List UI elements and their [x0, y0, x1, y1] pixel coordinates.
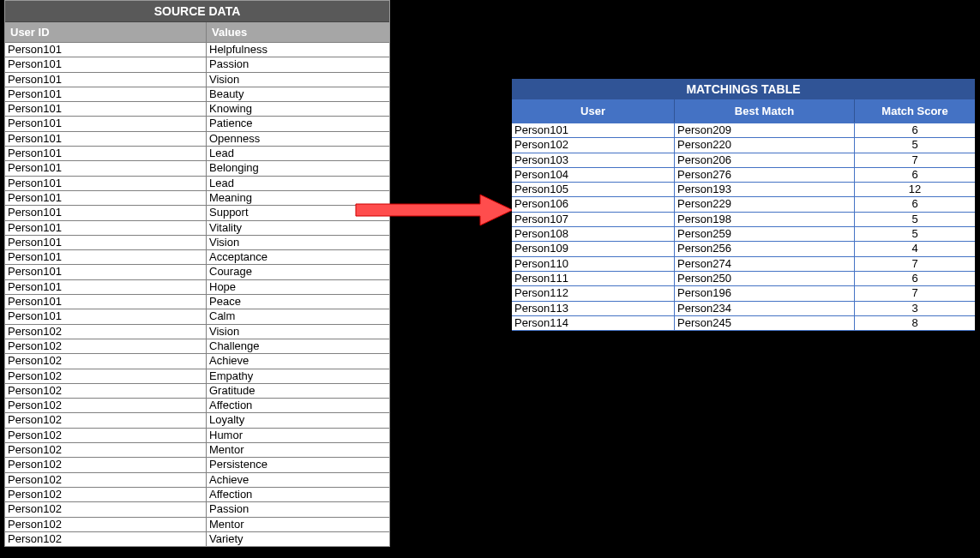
cell-userid[interactable]: Person101 — [5, 73, 207, 87]
cell-value[interactable]: Variety — [207, 532, 389, 546]
cell-userid[interactable]: Person102 — [5, 413, 207, 427]
cell-userid[interactable]: Person102 — [5, 354, 207, 368]
cell-userid[interactable]: Person102 — [5, 443, 207, 457]
cell-user[interactable]: Person109 — [512, 242, 675, 255]
cell-value[interactable]: Achieve — [207, 473, 389, 487]
cell-score[interactable]: 5 — [855, 138, 975, 152]
table-row[interactable]: Person101Openness — [5, 131, 389, 146]
cell-value[interactable]: Loyalty — [207, 413, 389, 427]
cell-userid[interactable]: Person102 — [5, 369, 207, 383]
cell-value[interactable]: Calm — [207, 309, 389, 323]
cell-score[interactable]: 6 — [855, 197, 975, 211]
cell-best-match[interactable]: Person274 — [675, 257, 855, 271]
cell-value[interactable]: Vision — [207, 73, 389, 87]
table-row[interactable]: Person101Calm — [5, 309, 389, 323]
cell-value[interactable]: Beauty — [207, 87, 389, 101]
table-row[interactable]: Person102Affection — [5, 487, 389, 501]
table-row[interactable]: Person101Helpfulness — [5, 42, 389, 57]
table-row[interactable]: Person102Achieve — [5, 353, 389, 368]
table-row[interactable]: Person107Person1985 — [512, 212, 975, 226]
cell-userid[interactable]: Person101 — [5, 102, 207, 116]
cell-best-match[interactable]: Person250 — [675, 272, 855, 285]
table-row[interactable]: Person101Knowing — [5, 101, 389, 116]
cell-value[interactable]: Achieve — [207, 354, 389, 368]
cell-user[interactable]: Person107 — [512, 213, 675, 226]
cell-best-match[interactable]: Person234 — [675, 302, 855, 315]
cell-value[interactable]: Lead — [207, 177, 389, 190]
cell-userid[interactable]: Person101 — [5, 177, 207, 190]
cell-value[interactable]: Lead — [207, 147, 389, 160]
cell-value[interactable]: Challenge — [207, 339, 389, 353]
cell-user[interactable]: Person106 — [512, 197, 675, 211]
table-row[interactable]: Person101Beauty — [5, 87, 389, 101]
cell-value[interactable]: Passion — [207, 57, 389, 71]
cell-userid[interactable]: Person102 — [5, 488, 207, 501]
cell-value[interactable]: Openness — [207, 132, 389, 146]
table-row[interactable]: Person101Patience — [5, 116, 389, 130]
cell-value[interactable]: Vision — [207, 236, 389, 249]
cell-userid[interactable]: Person102 — [5, 518, 207, 531]
cell-user[interactable]: Person111 — [512, 272, 675, 285]
cell-value[interactable]: Affection — [207, 399, 389, 412]
table-row[interactable]: Person101Person2096 — [512, 123, 975, 137]
table-row[interactable]: Person101Hope — [5, 279, 389, 294]
cell-userid[interactable]: Person101 — [5, 87, 207, 101]
cell-value[interactable]: Empathy — [207, 369, 389, 383]
table-row[interactable]: Person102Humor — [5, 428, 389, 442]
cell-userid[interactable]: Person102 — [5, 429, 207, 442]
table-row[interactable]: Person101Courage — [5, 264, 389, 279]
table-row[interactable]: Person114Person2458 — [512, 315, 975, 331]
cell-value[interactable]: Courage — [207, 265, 389, 279]
table-row[interactable]: Person104Person2766 — [512, 167, 975, 182]
cell-userid[interactable]: Person101 — [5, 309, 207, 323]
cell-score[interactable]: 3 — [855, 302, 975, 315]
cell-userid[interactable]: Person101 — [5, 43, 207, 57]
table-row[interactable]: Person102Persistence — [5, 457, 389, 471]
cell-value[interactable]: Patience — [207, 117, 389, 130]
cell-userid[interactable]: Person101 — [5, 295, 207, 309]
table-row[interactable]: Person112Person1967 — [512, 285, 975, 300]
table-row[interactable]: Person102Empathy — [5, 369, 389, 383]
table-row[interactable]: Person102Affection — [5, 398, 389, 412]
table-row[interactable]: Person102Person2205 — [512, 137, 975, 152]
cell-value[interactable]: Affection — [207, 488, 389, 501]
table-row[interactable]: Person102Passion — [5, 501, 389, 516]
cell-userid[interactable]: Person102 — [5, 325, 207, 339]
table-row[interactable]: Person105Person19312 — [512, 182, 975, 196]
table-row[interactable]: Person109Person2564 — [512, 241, 975, 255]
cell-user[interactable]: Person114 — [512, 316, 675, 330]
cell-best-match[interactable]: Person206 — [675, 153, 855, 167]
table-row[interactable]: Person101Belonging — [5, 160, 389, 175]
cell-userid[interactable]: Person101 — [5, 236, 207, 249]
table-row[interactable]: Person101Peace — [5, 294, 389, 309]
cell-value[interactable]: Mentor — [207, 443, 389, 457]
cell-score[interactable]: 5 — [855, 227, 975, 241]
cell-score[interactable]: 7 — [855, 286, 975, 300]
table-row[interactable]: Person102Mentor — [5, 517, 389, 531]
cell-value[interactable]: Vision — [207, 325, 389, 339]
table-row[interactable]: Person111Person2506 — [512, 271, 975, 285]
table-row[interactable]: Person110Person2747 — [512, 256, 975, 271]
table-row[interactable]: Person101Vision — [5, 72, 389, 87]
cell-value[interactable]: Humor — [207, 429, 389, 442]
cell-score[interactable]: 7 — [855, 257, 975, 271]
table-row[interactable]: Person101Passion — [5, 57, 389, 71]
cell-userid[interactable]: Person101 — [5, 265, 207, 279]
cell-user[interactable]: Person105 — [512, 183, 675, 196]
cell-user[interactable]: Person108 — [512, 227, 675, 241]
table-row[interactable]: Person101Meaning — [5, 190, 389, 205]
cell-userid[interactable]: Person102 — [5, 339, 207, 353]
table-row[interactable]: Person102Gratitude — [5, 383, 389, 398]
cell-user[interactable]: Person104 — [512, 168, 675, 182]
cell-best-match[interactable]: Person209 — [675, 123, 855, 137]
cell-user[interactable]: Person103 — [512, 153, 675, 167]
cell-best-match[interactable]: Person220 — [675, 138, 855, 152]
cell-best-match[interactable]: Person193 — [675, 183, 855, 196]
cell-value[interactable]: Gratitude — [207, 384, 389, 398]
cell-score[interactable]: 6 — [855, 168, 975, 182]
cell-userid[interactable]: Person102 — [5, 532, 207, 546]
cell-value[interactable]: Knowing — [207, 102, 389, 116]
cell-userid[interactable]: Person101 — [5, 117, 207, 130]
table-row[interactable]: Person101Lead — [5, 146, 389, 160]
cell-userid[interactable]: Person101 — [5, 221, 207, 235]
